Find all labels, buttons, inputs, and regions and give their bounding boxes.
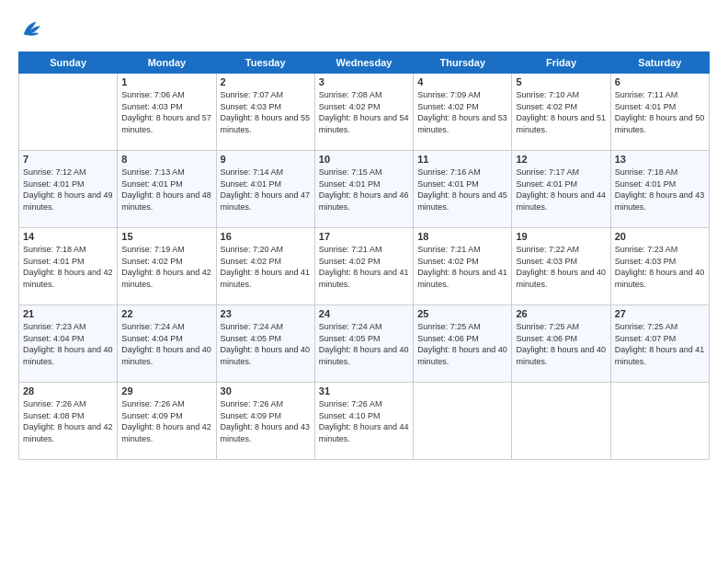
day-number: 29 — [121, 385, 211, 396]
day-number: 13 — [615, 154, 705, 165]
day-cell: 14Sunrise: 7:18 AM Sunset: 4:01 PM Dayli… — [19, 228, 118, 305]
day-number: 8 — [121, 154, 211, 165]
day-info: Sunrise: 7:22 AM Sunset: 4:03 PM Dayligh… — [516, 244, 606, 290]
day-number: 6 — [615, 76, 705, 87]
day-number: 18 — [417, 231, 507, 242]
day-info: Sunrise: 7:18 AM Sunset: 4:01 PM Dayligh… — [23, 244, 113, 290]
day-info: Sunrise: 7:15 AM Sunset: 4:01 PM Dayligh… — [319, 167, 409, 213]
week-row-1: 1Sunrise: 7:06 AM Sunset: 4:03 PM Daylig… — [19, 74, 710, 151]
day-info: Sunrise: 7:26 AM Sunset: 4:08 PM Dayligh… — [23, 398, 113, 444]
day-number: 19 — [516, 231, 606, 242]
day-cell: 1Sunrise: 7:06 AM Sunset: 4:03 PM Daylig… — [118, 74, 216, 151]
day-number: 4 — [417, 76, 507, 87]
day-info: Sunrise: 7:09 AM Sunset: 4:02 PM Dayligh… — [417, 89, 507, 135]
day-number: 14 — [23, 231, 113, 242]
day-cell: 25Sunrise: 7:25 AM Sunset: 4:06 PM Dayli… — [414, 305, 512, 383]
day-cell: 11Sunrise: 7:16 AM Sunset: 4:01 PM Dayli… — [414, 151, 512, 228]
day-cell: 16Sunrise: 7:20 AM Sunset: 4:02 PM Dayli… — [216, 228, 314, 305]
day-info: Sunrise: 7:12 AM Sunset: 4:01 PM Dayligh… — [23, 167, 113, 213]
day-info: Sunrise: 7:14 AM Sunset: 4:01 PM Dayligh… — [221, 167, 311, 213]
day-cell: 10Sunrise: 7:15 AM Sunset: 4:01 PM Dayli… — [314, 151, 413, 228]
day-info: Sunrise: 7:25 AM Sunset: 4:07 PM Dayligh… — [615, 321, 705, 367]
day-cell: 27Sunrise: 7:25 AM Sunset: 4:07 PM Dayli… — [610, 305, 709, 383]
day-cell — [414, 383, 512, 460]
day-number: 16 — [221, 231, 311, 242]
day-cell: 24Sunrise: 7:24 AM Sunset: 4:05 PM Dayli… — [314, 305, 413, 383]
weekday-header-friday: Friday — [512, 52, 610, 74]
logo — [18, 17, 48, 42]
week-row-5: 28Sunrise: 7:26 AM Sunset: 4:08 PM Dayli… — [19, 383, 710, 460]
day-number: 26 — [516, 308, 606, 319]
day-cell: 5Sunrise: 7:10 AM Sunset: 4:02 PM Daylig… — [512, 74, 610, 151]
day-info: Sunrise: 7:26 AM Sunset: 4:09 PM Dayligh… — [221, 398, 311, 444]
day-info: Sunrise: 7:07 AM Sunset: 4:03 PM Dayligh… — [221, 89, 311, 135]
day-info: Sunrise: 7:25 AM Sunset: 4:06 PM Dayligh… — [516, 321, 606, 367]
day-cell: 9Sunrise: 7:14 AM Sunset: 4:01 PM Daylig… — [216, 151, 314, 228]
day-number: 11 — [417, 154, 507, 165]
header — [18, 17, 710, 42]
day-number: 27 — [615, 308, 705, 319]
week-row-3: 14Sunrise: 7:18 AM Sunset: 4:01 PM Dayli… — [19, 228, 710, 305]
day-number: 1 — [121, 76, 211, 87]
day-cell: 23Sunrise: 7:24 AM Sunset: 4:05 PM Dayli… — [216, 305, 314, 383]
day-cell: 17Sunrise: 7:21 AM Sunset: 4:02 PM Dayli… — [314, 228, 413, 305]
day-info: Sunrise: 7:26 AM Sunset: 4:10 PM Dayligh… — [319, 398, 409, 444]
day-info: Sunrise: 7:08 AM Sunset: 4:02 PM Dayligh… — [319, 89, 409, 135]
day-cell: 28Sunrise: 7:26 AM Sunset: 4:08 PM Dayli… — [19, 383, 118, 460]
day-number: 15 — [121, 231, 211, 242]
day-info: Sunrise: 7:11 AM Sunset: 4:01 PM Dayligh… — [615, 89, 705, 135]
day-info: Sunrise: 7:20 AM Sunset: 4:02 PM Dayligh… — [221, 244, 311, 290]
page: SundayMondayTuesdayWednesdayThursdayFrid… — [0, 0, 728, 563]
day-cell: 6Sunrise: 7:11 AM Sunset: 4:01 PM Daylig… — [610, 74, 709, 151]
day-number: 5 — [516, 76, 606, 87]
day-number: 22 — [121, 308, 211, 319]
day-info: Sunrise: 7:26 AM Sunset: 4:09 PM Dayligh… — [121, 398, 211, 444]
day-cell: 8Sunrise: 7:13 AM Sunset: 4:01 PM Daylig… — [118, 151, 216, 228]
calendar: SundayMondayTuesdayWednesdayThursdayFrid… — [18, 52, 710, 460]
weekday-header-monday: Monday — [118, 52, 216, 74]
day-cell: 21Sunrise: 7:23 AM Sunset: 4:04 PM Dayli… — [19, 305, 118, 383]
day-number: 10 — [319, 154, 409, 165]
day-cell — [610, 383, 709, 460]
day-info: Sunrise: 7:10 AM Sunset: 4:02 PM Dayligh… — [516, 89, 606, 135]
day-number: 21 — [23, 308, 113, 319]
day-cell: 31Sunrise: 7:26 AM Sunset: 4:10 PM Dayli… — [314, 383, 413, 460]
day-cell: 26Sunrise: 7:25 AM Sunset: 4:06 PM Dayli… — [512, 305, 610, 383]
weekday-header-wednesday: Wednesday — [314, 52, 413, 74]
day-number: 12 — [516, 154, 606, 165]
day-cell: 19Sunrise: 7:22 AM Sunset: 4:03 PM Dayli… — [512, 228, 610, 305]
day-number: 9 — [221, 154, 311, 165]
day-info: Sunrise: 7:17 AM Sunset: 4:01 PM Dayligh… — [516, 167, 606, 213]
day-cell: 3Sunrise: 7:08 AM Sunset: 4:02 PM Daylig… — [314, 74, 413, 151]
day-info: Sunrise: 7:24 AM Sunset: 4:05 PM Dayligh… — [319, 321, 409, 367]
day-number: 23 — [221, 308, 311, 319]
day-info: Sunrise: 7:21 AM Sunset: 4:02 PM Dayligh… — [319, 244, 409, 290]
day-info: Sunrise: 7:18 AM Sunset: 4:01 PM Dayligh… — [615, 167, 705, 213]
day-cell: 22Sunrise: 7:24 AM Sunset: 4:04 PM Dayli… — [118, 305, 216, 383]
day-cell: 13Sunrise: 7:18 AM Sunset: 4:01 PM Dayli… — [610, 151, 709, 228]
logo-bird-icon — [18, 17, 44, 42]
day-info: Sunrise: 7:13 AM Sunset: 4:01 PM Dayligh… — [121, 167, 211, 213]
weekday-header-tuesday: Tuesday — [216, 52, 314, 74]
day-number: 7 — [23, 154, 113, 165]
day-number: 2 — [221, 76, 311, 87]
day-info: Sunrise: 7:06 AM Sunset: 4:03 PM Dayligh… — [121, 89, 211, 135]
day-info: Sunrise: 7:25 AM Sunset: 4:06 PM Dayligh… — [417, 321, 507, 367]
calendar-header: SundayMondayTuesdayWednesdayThursdayFrid… — [19, 52, 710, 74]
day-cell: 15Sunrise: 7:19 AM Sunset: 4:02 PM Dayli… — [118, 228, 216, 305]
day-cell: 29Sunrise: 7:26 AM Sunset: 4:09 PM Dayli… — [118, 383, 216, 460]
day-number: 25 — [417, 308, 507, 319]
day-info: Sunrise: 7:16 AM Sunset: 4:01 PM Dayligh… — [417, 167, 507, 213]
day-cell: 30Sunrise: 7:26 AM Sunset: 4:09 PM Dayli… — [216, 383, 314, 460]
weekday-row: SundayMondayTuesdayWednesdayThursdayFrid… — [19, 52, 710, 74]
calendar-body: 1Sunrise: 7:06 AM Sunset: 4:03 PM Daylig… — [19, 74, 710, 460]
day-cell: 20Sunrise: 7:23 AM Sunset: 4:03 PM Dayli… — [610, 228, 709, 305]
day-cell: 12Sunrise: 7:17 AM Sunset: 4:01 PM Dayli… — [512, 151, 610, 228]
day-number: 28 — [23, 385, 113, 396]
week-row-4: 21Sunrise: 7:23 AM Sunset: 4:04 PM Dayli… — [19, 305, 710, 383]
day-info: Sunrise: 7:21 AM Sunset: 4:02 PM Dayligh… — [417, 244, 507, 290]
day-number: 20 — [615, 231, 705, 242]
day-number: 31 — [319, 385, 409, 396]
day-cell: 4Sunrise: 7:09 AM Sunset: 4:02 PM Daylig… — [414, 74, 512, 151]
day-info: Sunrise: 7:23 AM Sunset: 4:04 PM Dayligh… — [23, 321, 113, 367]
